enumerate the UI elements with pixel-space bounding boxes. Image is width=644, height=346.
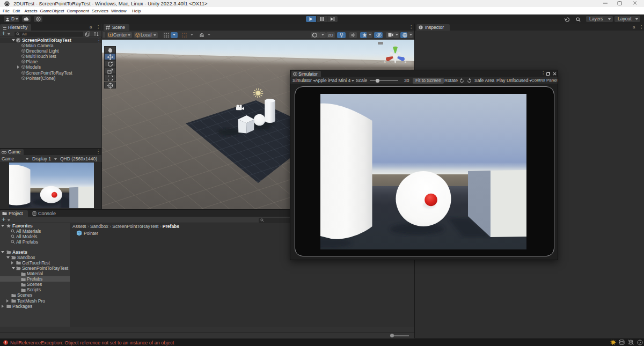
svg-text:z: z: [405, 60, 406, 63]
